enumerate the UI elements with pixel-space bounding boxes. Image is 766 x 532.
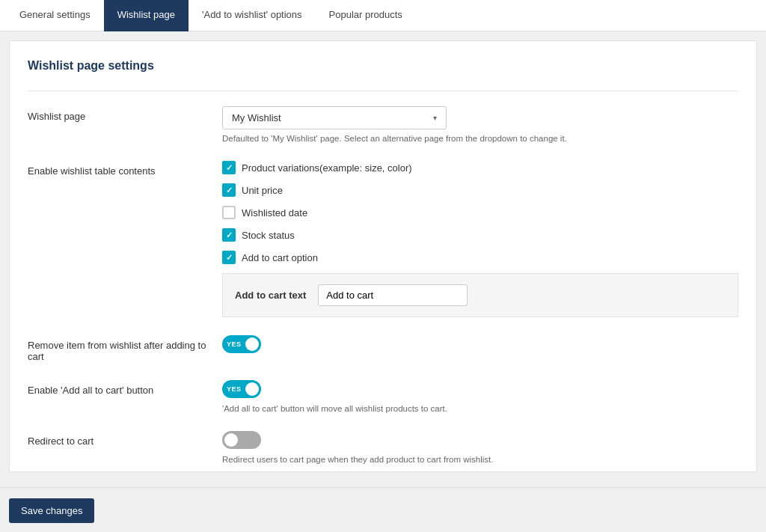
remove-after-add-label: Remove item from wishlist after adding t… [28,335,222,362]
add-all-toggle-yes-label: YES [227,385,242,393]
checkbox-unit-price-label: Unit price [242,185,283,196]
divider [28,91,738,91]
tab-popular[interactable]: Popular products [316,0,416,31]
remove-after-add-row: Remove item from wishlist after adding t… [28,335,738,362]
redirect-toggle-container: NO [222,431,261,449]
checkbox-stock-status[interactable]: Stock status [222,228,738,242]
add-all-to-cart-control: YES 'Add all to cart' button will move a… [222,380,738,413]
dropdown-value: My Wishlist [232,112,281,123]
remove-toggle[interactable]: YES [222,335,261,353]
remove-toggle-yes-label: YES [227,340,242,348]
tab-general[interactable]: General settings [6,0,104,31]
checkbox-wishlisted-date-box [222,206,236,219]
checkbox-add-to-cart-label: Add to cart option [242,252,318,263]
wishlist-page-helper: Defaulted to 'My Wishlist' page. Select … [222,134,596,143]
tab-add-to-wishlist[interactable]: 'Add to wishlist' options [189,0,316,31]
tab-wishlist[interactable]: Wishlist page [104,0,189,31]
checkbox-group: Product variations(example: size, color)… [222,161,738,264]
redirect-to-cart-label: Redirect to cart [28,431,222,447]
add-all-toggle[interactable]: YES [222,380,261,398]
tabs-bar: General settings Wishlist page 'Add to w… [0,0,766,31]
checkbox-wishlisted-date-label: Wishlisted date [242,207,307,218]
remove-toggle-container: YES [222,335,261,353]
redirect-toggle-slider: NO [222,431,261,449]
table-contents-row: Enable wishlist table contents Product v… [28,161,738,317]
checkbox-product-variations[interactable]: Product variations(example: size, color) [222,161,738,174]
redirect-to-cart-row: Redirect to cart NO Redirect users to ca… [28,431,738,464]
add-all-to-cart-label: Enable 'Add all to cart' button [28,380,222,396]
checkbox-add-to-cart-box [222,251,236,264]
table-contents-label: Enable wishlist table contents [28,161,222,177]
wishlist-page-row: Wishlist page My Wishlist ▾ Defaulted to… [28,106,738,143]
add-to-cart-text-input[interactable] [318,284,468,306]
checkbox-unit-price-box [222,183,236,197]
remove-toggle-knob [245,337,259,351]
redirect-to-cart-control: NO Redirect users to cart page when they… [222,431,738,464]
checkbox-wishlisted-date[interactable]: Wishlisted date [222,206,738,219]
wishlist-page-dropdown[interactable]: My Wishlist ▾ [222,106,447,129]
wishlist-page-label: Wishlist page [28,106,222,122]
checkbox-stock-status-label: Stock status [242,230,295,241]
chevron-down-icon: ▾ [433,114,437,122]
footer-bar: Save changes [0,487,766,532]
checkbox-add-to-cart-option[interactable]: Add to cart option [222,251,738,264]
page-title: Wishlist page settings [28,59,738,73]
add-all-helper: 'Add all to cart' button will move all w… [222,404,596,413]
save-button[interactable]: Save changes [9,498,94,523]
remove-toggle-slider: YES [222,335,261,353]
table-contents-control: Product variations(example: size, color)… [222,161,738,317]
add-all-toggle-knob [245,382,259,396]
checkbox-product-variations-label: Product variations(example: size, color) [242,162,412,174]
checkbox-unit-price[interactable]: Unit price [222,183,738,197]
add-all-to-cart-row: Enable 'Add all to cart' button YES 'Add… [28,380,738,413]
add-to-cart-text-label: Add to cart text [235,290,306,301]
add-to-cart-section: Add to cart text [222,273,738,317]
add-all-toggle-slider: YES [222,380,261,398]
add-all-toggle-container: YES [222,380,261,398]
remove-after-add-control: YES [222,335,738,353]
checkbox-stock-status-box [222,228,236,242]
redirect-toggle[interactable]: NO [222,431,261,449]
main-content: Wishlist page settings Wishlist page My … [9,40,757,472]
checkbox-product-variations-box [222,161,236,174]
wishlist-page-control: My Wishlist ▾ Defaulted to 'My Wishlist'… [222,106,738,143]
redirect-toggle-knob [224,433,238,447]
redirect-helper: Redirect users to cart page when they ad… [222,455,596,464]
